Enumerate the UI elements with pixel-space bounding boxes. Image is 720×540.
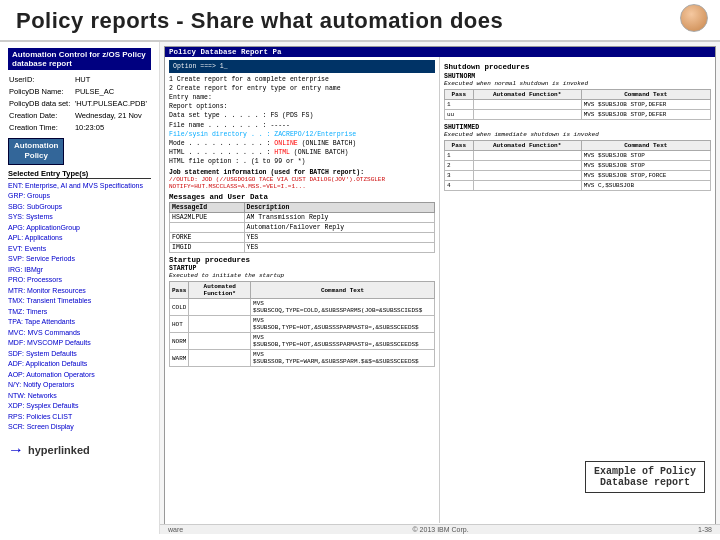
userid-value: HUT [74,74,151,86]
shutdown-immed-cmd: MVS $SUBSJOB STOP [581,151,710,161]
list-item[interactable]: GRP: Groups [8,191,151,202]
option-item: 2 Create report for entry type or entry … [169,84,435,93]
creation-time-value: 10:23:05 [74,122,151,134]
shutdown-col-pass: Pass [445,90,474,100]
startup-func [189,350,251,367]
startup-pass: COLD [170,299,189,316]
startup-section-title: Startup procedures [169,256,435,264]
avatar [680,4,712,36]
shutdown-col-cmd: Command Text [581,90,710,100]
option-item: Report options: [169,102,435,111]
startup-col-pass: Pass [170,282,189,299]
option-item: HTML file option : . (1 to 99 or *) [169,157,435,166]
policydb-dataset-label: PolicyDB data set: [8,98,74,110]
option-item: File name . . . . . . . : ----- [169,121,435,130]
messages-col-desc: Description [244,203,434,213]
list-item[interactable]: XDP: Sysplex Defaults [8,401,151,412]
list-item[interactable]: IRG: IBMgr [8,265,151,276]
list-item[interactable]: NTW: Networks [8,391,151,402]
shutdown-immed-cmd: MVS C,$SUBSJOB [581,181,710,191]
creation-date-label: Creation Date: [8,110,74,122]
page-header: Policy reports - Share what automation d… [0,0,720,42]
startup-pass: NORM [170,333,189,350]
startup-col-func: Automated Function* [189,282,251,299]
job-stmt-value: //OUTLD: JOD (//USGDO1GO TACE VIA CUST D… [169,176,435,183]
startup-cmd: MVS $SUBSCOQ,TYPE=COLD,&SUBSSPARMS(JOB=&… [251,299,435,316]
creation-time-label: Creation Time: [8,122,74,134]
table-row: FORKE YES [170,233,435,243]
shutdown-col-func: Automated Function* [473,90,581,100]
list-item[interactable]: TMZ: Timers [8,307,151,318]
list-item[interactable]: SBG: SubGroups [8,202,151,213]
list-item[interactable]: N/Y: Notify Operators [8,380,151,391]
shutdown-immed-cmd: MVS $SUBSJOB STOP [581,161,710,171]
msg-id: HSA2MLPUE [170,213,245,223]
startup-pass: HOT [170,316,189,333]
right-panel: Policy Database Report Pa Option ===> 1_… [160,42,720,534]
shutdown-immed-pass: 2 [445,161,474,171]
option-item: Mode . . . . . . . . . . : ONLINE (ONLIN… [169,139,435,148]
table-row: WARM MVS $SUBSSOB,TYPE=WARM,&SUBSSPARM.$… [170,350,435,367]
shutdown-cmd: MVS $SUBSJOB STOP,DEFER [581,100,710,110]
table-row: 1 MVS $SUBSJOB STOP,DEFER [445,100,711,110]
startup-func [189,333,251,350]
shutdown-cmd: MVS $SUBSJOB STOP,DEFER [581,110,710,120]
list-item[interactable]: TPA: Tape Attendants [8,317,151,328]
shutdown-func [473,100,581,110]
job-stmt-value2: NOTIFY=HUT.MSCCLASS=A.MSS.=VEL=I.=1... [169,183,435,190]
option-item: HTML . . . . . . . . . . : HTML (ONLINE … [169,148,435,157]
shutdown-pass: 1 [445,100,474,110]
list-item[interactable]: TMX: Transient Timetables [8,296,151,307]
arrow-icon: → [8,441,24,459]
list-item[interactable]: SDF: System Defaults [8,349,151,360]
table-row: COLD MVS $SUBSCOQ,TYPE=COLD,&SUBSSPARMS(… [170,299,435,316]
shutdown-immed-func [473,151,581,161]
list-item[interactable]: MDF: MVSCOMP Defaults [8,338,151,349]
list-item[interactable]: SCR: Screen Display [8,422,151,433]
footer-copyright: © 2013 IBM Corp. [413,526,469,533]
startup-table: Pass Automated Function* Command Text CO… [169,281,435,367]
list-item[interactable]: APG: ApplicationGroup [8,223,151,234]
user-info: UserID: HUT PolicyDB Name: PULSE_AC Poli… [8,74,151,134]
list-item[interactable]: ADF: Application Defaults [8,359,151,370]
list-item[interactable]: APL: Applications [8,233,151,244]
option-list: 1 Create report for a complete enterpris… [169,75,435,166]
list-item[interactable]: RPS: Policies CLIST [8,412,151,423]
hyperlinked-label: → hyperlinked [8,441,151,459]
list-item[interactable]: PRO: Processors [8,275,151,286]
report-left: Option ===> 1_ 1 Create report for a com… [165,57,440,523]
automation-policy-box: Automation Policy [8,138,64,165]
policydb-name-value: PULSE_AC [74,86,151,98]
list-item[interactable]: MTR: Monitor Resources [8,286,151,297]
footer-bar: ware © 2013 IBM Corp. 1-38 [160,524,720,534]
main-content: Automation Control for z/OS Policy datab… [0,42,720,534]
automation-control-header: Automation Control for z/OS Policy datab… [8,48,151,70]
startup-func [189,299,251,316]
startup-cmd: MVS $SUBSSOB,TYPE=WARM,&SUBSSPARM.$&$=&S… [251,350,435,367]
option-line: Option ===> 1_ [173,62,431,71]
startup-cmd: MVS $SUBSOB,TYPE=HOT,&SUBSSSPARMAST8=,&S… [251,333,435,350]
msg-desc: Automation/Failover Reply [244,223,434,233]
list-item[interactable]: ENT: Enterprise, AI and MVS Specificatio… [8,181,151,192]
list-item[interactable]: SVP: Service Periods [8,254,151,265]
job-stmt-section: Job statement information (used for BATC… [169,169,435,190]
list-item[interactable]: SYS: Systems [8,212,151,223]
option-item: Entry name: [169,93,435,102]
avatar-image [680,4,708,32]
msg-desc: YES [244,233,434,243]
option-panel: Option ===> 1_ [169,60,435,73]
list-item[interactable]: MVC: MVS Commands [8,328,151,339]
startup-pass: WARM [170,350,189,367]
startup-executed: Executed to initiate the startup [169,272,435,279]
shutdown-immed-func [473,171,581,181]
report-header-title: Policy Database Report Pa [169,48,282,56]
list-item[interactable]: EVT: Events [8,244,151,255]
creation-date-value: Wednesday, 21 Nov [74,110,151,122]
left-panel: Automation Control for z/OS Policy datab… [0,42,160,534]
shutdown-immed-col-func: Automated Function* [473,141,581,151]
list-item[interactable]: AOP: Automation Operators [8,370,151,381]
table-row: Automation/Failover Reply [170,223,435,233]
startup-col-cmd: Command Text [251,282,435,299]
messages-col-id: MessageId [170,203,245,213]
policydb-name-label: PolicyDB Name: [8,86,74,98]
